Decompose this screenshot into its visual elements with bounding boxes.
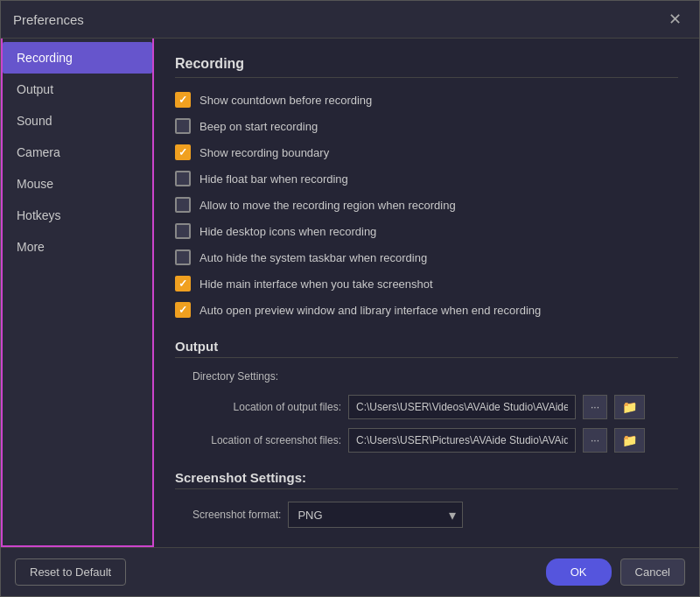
- output-files-dots-button[interactable]: ···: [583, 395, 607, 419]
- checkbox-boundary: Show recording boundary: [175, 144, 678, 160]
- chk-desktopicons[interactable]: [175, 223, 191, 239]
- sidebar-item-hotkeys[interactable]: Hotkeys: [3, 200, 152, 231]
- chk-moveregion[interactable]: [175, 197, 191, 213]
- content-area: Recording Show countdown before recordin…: [154, 39, 699, 547]
- screenshot-settings: Screenshot Settings: Screenshot format: …: [175, 470, 678, 528]
- checkbox-moveregion: Allow to move the recording region when …: [175, 197, 678, 213]
- checkbox-countdown: Show countdown before recording: [175, 92, 678, 108]
- checkbox-floatbar: Hide float bar when recording: [175, 171, 678, 186]
- sidebar-item-recording[interactable]: Recording: [3, 42, 152, 74]
- format-label: Screenshot format:: [192, 509, 281, 521]
- recording-section-title: Recording: [175, 56, 678, 78]
- chk-taskbar[interactable]: [175, 249, 191, 265]
- sidebar-item-mouse[interactable]: Mouse: [3, 168, 152, 200]
- output-files-label: Location of output files:: [175, 401, 341, 413]
- label-countdown: Show countdown before recording: [200, 94, 372, 107]
- sidebar-item-output[interactable]: Output: [3, 74, 152, 105]
- output-section: Output Directory Settings: Location of o…: [175, 339, 678, 528]
- folder-icon-2: 📁: [622, 433, 637, 447]
- screenshot-files-path[interactable]: [348, 428, 576, 453]
- output-files-folder-button[interactable]: 📁: [614, 395, 645, 419]
- sidebar-item-more[interactable]: More: [3, 231, 152, 263]
- output-files-row: Location of output files: ··· 📁: [175, 395, 678, 419]
- dialog-title: Preferences: [13, 12, 84, 27]
- format-select-wrapper: PNG JPG BMP GIF TIFF: [288, 502, 463, 528]
- format-select[interactable]: PNG JPG BMP GIF TIFF: [288, 502, 463, 528]
- checkbox-taskbar: Auto hide the system taskbar when record…: [175, 249, 678, 265]
- label-boundary: Show recording boundary: [200, 146, 329, 159]
- screenshot-files-label: Location of screenshot files:: [175, 434, 341, 446]
- chk-maininterface[interactable]: [175, 276, 191, 291]
- label-floatbar: Hide float bar when recording: [200, 172, 348, 186]
- output-files-path[interactable]: [348, 395, 576, 419]
- screenshot-files-folder-button[interactable]: 📁: [614, 428, 645, 453]
- chk-preview[interactable]: [175, 302, 191, 318]
- checkbox-preview: Auto open preview window and library int…: [175, 302, 678, 318]
- screenshot-files-dots-button[interactable]: ···: [583, 428, 607, 453]
- chk-countdown[interactable]: [175, 92, 191, 108]
- preferences-dialog: Preferences ✕ Recording Output Sound Cam…: [0, 0, 700, 597]
- screenshot-files-row: Location of screenshot files: ··· 📁: [175, 428, 678, 453]
- screenshot-settings-title: Screenshot Settings:: [175, 470, 678, 489]
- label-beep: Beep on start recording: [200, 120, 318, 133]
- format-row: Screenshot format: PNG JPG BMP GIF TIFF: [175, 502, 678, 528]
- close-button[interactable]: ✕: [663, 8, 687, 31]
- chk-boundary[interactable]: [175, 144, 191, 160]
- label-taskbar: Auto hide the system taskbar when record…: [200, 251, 427, 264]
- reset-button[interactable]: Reset to Default: [15, 558, 126, 586]
- checkbox-beep: Beep on start recording: [175, 118, 678, 134]
- label-maininterface: Hide main interface when you take screen…: [200, 277, 433, 291]
- folder-icon: 📁: [622, 400, 637, 414]
- footer-right: OK Cancel: [546, 558, 685, 586]
- cancel-button[interactable]: Cancel: [620, 558, 685, 586]
- checkbox-desktopicons: Hide desktop icons when recording: [175, 223, 678, 239]
- label-moveregion: Allow to move the recording region when …: [200, 199, 456, 212]
- output-section-title: Output: [175, 339, 678, 358]
- chk-floatbar[interactable]: [175, 171, 191, 186]
- dialog-body: Recording Output Sound Camera Mouse Hotk…: [1, 39, 699, 547]
- ok-button[interactable]: OK: [546, 558, 612, 586]
- checkbox-maininterface: Hide main interface when you take screen…: [175, 276, 678, 291]
- dir-settings-label: Directory Settings:: [175, 370, 678, 383]
- sidebar-item-sound[interactable]: Sound: [3, 105, 152, 137]
- label-desktopicons: Hide desktop icons when recording: [200, 225, 376, 238]
- footer: Reset to Default OK Cancel: [1, 547, 699, 596]
- sidebar: Recording Output Sound Camera Mouse Hotk…: [1, 39, 154, 547]
- chk-beep[interactable]: [175, 118, 191, 134]
- label-preview: Auto open preview window and library int…: [200, 304, 541, 317]
- sidebar-item-camera[interactable]: Camera: [3, 137, 152, 168]
- title-bar: Preferences ✕: [1, 1, 699, 39]
